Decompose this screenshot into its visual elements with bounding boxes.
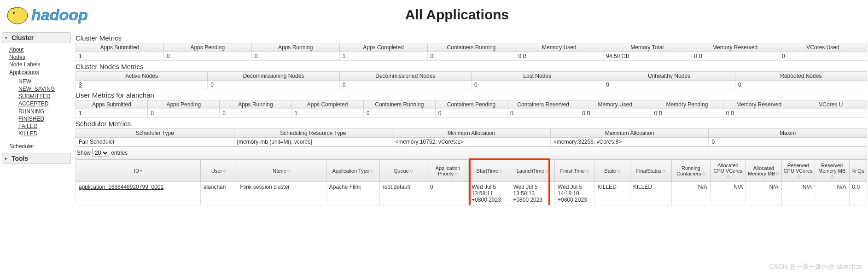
sidebar-link-new-saving[interactable]: NEW_SAVING <box>18 85 55 93</box>
hadoop-logo: hadoop <box>5 2 120 28</box>
cell-user: alanchan <box>200 182 237 205</box>
app-id-link[interactable]: application_1688448920799_0001 <box>79 184 163 190</box>
header: hadoop All Applications <box>0 0 868 32</box>
col-finishtime[interactable]: FinishTime◇ <box>555 160 594 182</box>
sort-icon: ◇ <box>223 170 226 172</box>
show-label-pre: Show <box>77 150 91 156</box>
datatable-length-control: Show 20 entries <box>76 146 867 159</box>
col-launchtime[interactable]: LaunchTime◇ <box>510 160 555 182</box>
sidebar-link-running[interactable]: RUNNING <box>18 108 44 115</box>
sort-icon: ◇ <box>586 170 589 172</box>
sidebar-link-scheduler[interactable]: Scheduler <box>9 143 34 150</box>
metric-value: 0 <box>709 138 867 146</box>
cluster-nodes-metrics-table: Active NodesDecommissioning NodesDecommi… <box>76 71 867 89</box>
metric-header: Memory Used <box>579 100 651 109</box>
metric-header: Memory Used <box>515 43 603 52</box>
entries-select[interactable]: 20 <box>93 149 109 157</box>
metric-value: 1 <box>339 52 427 61</box>
sidebar-cluster-header[interactable]: Cluster <box>2 32 71 43</box>
col-priority[interactable]: Application Priority◇ <box>427 160 468 182</box>
metric-header: Apps Running <box>220 100 291 109</box>
sort-icon: ◇ <box>499 170 502 172</box>
metric-header: Decommissioned Nodes <box>339 72 471 81</box>
metric-value: 0 <box>220 109 291 118</box>
sidebar-link-applications[interactable]: Applications <box>9 69 39 76</box>
metric-value: <memory:10752, vCores:1> <box>392 138 551 146</box>
metric-value: 1 <box>76 109 148 118</box>
metric-header: Lost Nodes <box>471 72 603 81</box>
scheduler-metrics-title: Scheduler Metrics <box>76 120 867 128</box>
sidebar-link-new[interactable]: NEW <box>18 78 31 85</box>
cell-queue: root.default <box>379 182 427 205</box>
col-apptype[interactable]: Application Type◇ <box>326 160 379 182</box>
metric-value: 0 <box>507 109 579 118</box>
metric-value: 0 <box>779 52 867 61</box>
sidebar-link-submitted[interactable]: SUBMITTED <box>18 93 50 100</box>
sort-icon: ◇ <box>545 170 548 172</box>
metric-header: Containers Running <box>363 100 435 109</box>
cluster-metrics-title: Cluster Metrics <box>76 34 867 42</box>
metric-header: Apps Completed <box>339 43 427 52</box>
metric-header: Scheduling Resource Type <box>234 129 392 138</box>
col-name[interactable]: Name◇ <box>237 160 326 182</box>
sidebar-tools-header[interactable]: Tools <box>2 153 71 164</box>
cell-priority: 0 <box>427 182 468 205</box>
metric-header: Decommissioning Nodes <box>208 72 339 81</box>
sort-desc-icon: ▾ <box>140 170 142 172</box>
sort-icon: ◇ <box>727 175 730 178</box>
cell-resmem: N/A <box>815 182 849 205</box>
user-metrics-title: User Metrics for alanchan <box>76 91 867 99</box>
metric-value: 0 B <box>723 109 795 118</box>
sort-icon: ◇ <box>662 170 665 172</box>
col-finalstatus[interactable]: FinalStatus◇ <box>630 160 671 182</box>
metric-value: 0 <box>339 81 471 89</box>
metric-header: Apps Pending <box>163 43 251 52</box>
col-starttime[interactable]: StartTime◇ <box>469 160 510 182</box>
metric-value: Fair Scheduler <box>76 138 234 146</box>
sidebar-link-node-labels[interactable]: Node Labels <box>9 61 40 68</box>
metric-value: 94.50 GB <box>603 52 691 61</box>
sidebar-link-about[interactable]: About <box>9 46 23 53</box>
page-title: All Applications <box>138 7 868 23</box>
metric-value: 0 B <box>579 109 651 118</box>
svg-point-1 <box>13 12 15 14</box>
cell-runcont: N/A <box>672 182 711 205</box>
col-runcont[interactable]: Running Containers◇ <box>672 160 711 182</box>
sidebar-link-nodes[interactable]: Nodes <box>9 53 25 61</box>
metric-header: Memory Reserved <box>723 100 795 109</box>
sort-icon: ◇ <box>370 170 373 172</box>
col-pctqu[interactable]: % Qu <box>849 160 867 182</box>
col-user[interactable]: User◇ <box>200 160 237 182</box>
col-state[interactable]: State◇ <box>594 160 630 182</box>
cell-starttime: Wed Jul 5 13:58:11 +0800 2023 <box>469 182 510 205</box>
cell-pctqu: 0.0 <box>849 182 867 205</box>
metric-header: Containers Pending <box>435 100 507 109</box>
col-alloccpu[interactable]: Allocated CPU VCores◇ <box>710 160 746 182</box>
cell-apptype: Apache Flink <box>326 182 379 205</box>
metric-header: Maxim <box>709 129 867 138</box>
col-rescpu[interactable]: Reserved CPU VCores◇ <box>781 160 815 182</box>
cell-finalstatus: KILLED <box>630 182 671 205</box>
metric-value <box>795 109 867 118</box>
metric-header: Apps Submitted <box>76 43 164 52</box>
sidebar-link-killed[interactable]: KILLED <box>18 130 37 137</box>
cell-state: KILLED <box>594 182 630 205</box>
col-id[interactable]: ID▾ <box>76 160 201 182</box>
col-resmem[interactable]: Reserved Memory MB◇ <box>815 160 849 182</box>
metric-header: Apps Submitted <box>76 100 148 109</box>
metric-value: 0 <box>148 109 220 118</box>
metric-header: Memory Pending <box>651 100 723 109</box>
metric-value: 0 <box>251 52 339 61</box>
sidebar-link-finished[interactable]: FINISHED <box>18 115 44 122</box>
cell-launchtime: Wed Jul 5 13:58:13 +0800 2023 <box>510 182 555 205</box>
col-allocmem[interactable]: Allocated Memory MB◇ <box>746 160 781 182</box>
metric-value: 0 <box>427 52 515 61</box>
metric-header: Maximum Allocation <box>550 129 709 138</box>
sidebar-link-accepted[interactable]: ACCEPTED <box>18 100 48 107</box>
applications-table: ID▾ User◇ Name◇ Application Type◇ Queue◇… <box>76 159 867 205</box>
sidebar: Cluster About Nodes Node Labels Applicat… <box>0 32 73 205</box>
sidebar-link-failed[interactable]: FAILED <box>18 122 37 130</box>
col-queue[interactable]: Queue◇ <box>379 160 427 182</box>
metric-header: Rebooted Nodes <box>735 72 867 81</box>
metric-header: Active Nodes <box>76 72 208 81</box>
